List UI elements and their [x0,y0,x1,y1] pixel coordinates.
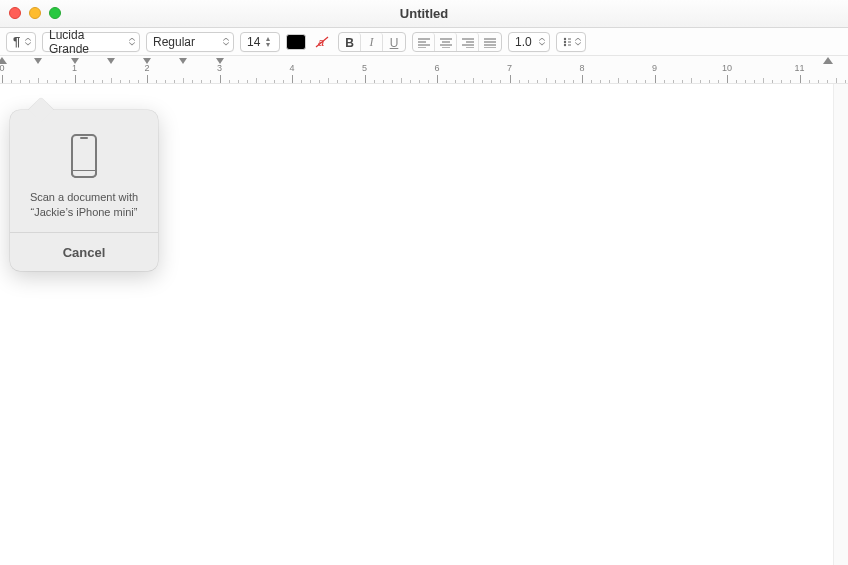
clear-formatting-button[interactable]: a [312,32,332,52]
popover-line-1: Scan a document with [20,190,148,205]
ruler-ticks: 01234567891011 [0,67,848,83]
continuity-camera-popover: Scan a document with “Jackie’s iPhone mi… [10,110,158,271]
font-family-select[interactable]: Lucida Grande [42,32,140,52]
ruler-label: 9 [652,63,657,73]
ruler-label: 1 [72,63,77,73]
alignment-group [412,32,502,52]
ruler-label: 5 [362,63,367,73]
vertical-scrollbar[interactable] [833,84,848,565]
stepper-icon: ▴▾ [266,36,270,48]
font-size-stepper[interactable]: 14 ▴▾ [240,32,280,52]
ruler-label: 0 [0,63,5,73]
format-toolbar: ¶ Lucida Grande Regular 14 ▴▾ a B I U 1.… [0,28,848,56]
font-family-label: Lucida Grande [49,28,125,56]
ruler-label: 11 [794,63,804,73]
font-style-label: Regular [153,35,195,49]
popover-line-2: “Jackie’s iPhone mini” [20,205,148,220]
align-left-button[interactable] [413,33,435,52]
align-justify-button[interactable] [479,33,501,52]
underline-button[interactable]: U [383,33,405,52]
paragraph-style-select[interactable]: ¶ [6,32,36,52]
svg-point-22 [564,43,566,45]
window-title: Untitled [0,6,848,21]
ruler-label: 7 [507,63,512,73]
italic-button[interactable]: I [361,33,383,52]
line-spacing-select[interactable]: 1.0 [508,32,550,52]
svg-text:a: a [318,36,324,48]
ruler-label: 4 [289,63,294,73]
ruler-label: 3 [217,63,222,73]
bold-button[interactable]: B [339,33,361,52]
text-color-swatch[interactable] [286,34,306,50]
ruler-label: 2 [144,63,149,73]
align-right-button[interactable] [457,33,479,52]
traffic-lights [9,7,61,19]
ruler-label: 8 [579,63,584,73]
list-style-select[interactable] [556,32,586,52]
font-size-value: 14 [247,35,260,49]
tab-stop-marker[interactable] [107,58,115,64]
popover-footer: Cancel [10,232,158,271]
pilcrow-icon: ¶ [13,35,20,48]
tab-stop-marker[interactable] [34,58,42,64]
align-center-button[interactable] [435,33,457,52]
close-window-button[interactable] [9,7,21,19]
bullet-list-icon [563,37,571,47]
ruler-label: 6 [434,63,439,73]
cancel-button[interactable]: Cancel [63,245,106,260]
ruler-label: 10 [722,63,732,73]
svg-point-20 [564,40,566,42]
right-margin-marker[interactable] [823,57,833,64]
tab-stop-marker[interactable] [179,58,187,64]
line-spacing-value: 1.0 [515,35,532,49]
svg-point-18 [564,37,566,39]
zoom-window-button[interactable] [49,7,61,19]
iphone-icon [71,134,97,178]
window-titlebar: Untitled [0,0,848,28]
popover-message: Scan a document with “Jackie’s iPhone mi… [10,188,158,232]
font-style-select[interactable]: Regular [146,32,234,52]
minimize-window-button[interactable] [29,7,41,19]
text-style-group: B I U [338,32,406,52]
horizontal-ruler[interactable]: 01234567891011 [0,56,848,84]
